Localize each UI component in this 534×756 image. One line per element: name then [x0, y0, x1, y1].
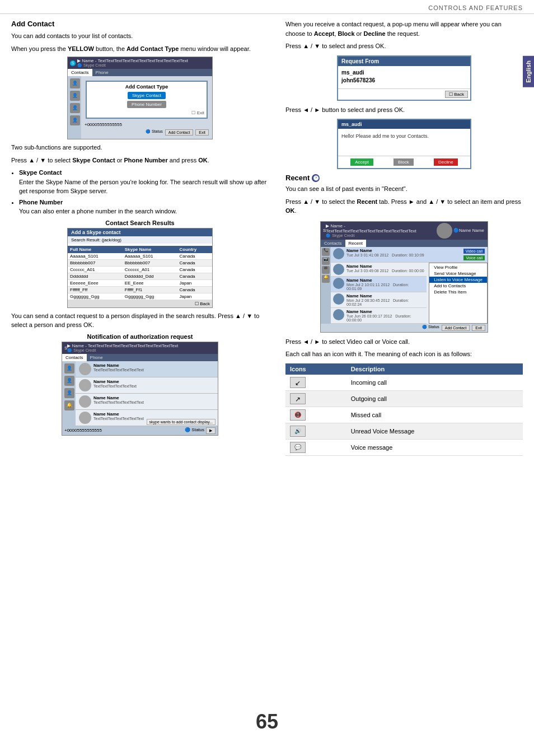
notif-name-2: Name Name — [93, 379, 137, 384]
context-add-contacts[interactable]: Add to Contacts — [429, 283, 487, 289]
search-results-title: Contact Search Results — [11, 220, 269, 226]
recent-tab-contacts[interactable]: Contacts — [321, 240, 345, 247]
incoming-call-desc: Incoming call — [346, 375, 523, 391]
notif-avatar-3 — [79, 395, 91, 408]
recent-entry-3: Name Name Mon Jul 2 10:01:11 2012 Durati… — [331, 277, 427, 292]
recent-user-avatar — [437, 223, 452, 239]
search-table-cell: Canada — [177, 286, 213, 293]
request-back-btn[interactable]: ☐ Back — [445, 91, 468, 98]
notif-side-2: 👤 — [64, 376, 74, 386]
outgoing-call-desc: Outgoing call — [346, 390, 523, 407]
skype-topbar: S ▶ Name - TextTextTextTextTextTextTextT… — [68, 57, 212, 69]
recent-intro: You can see a list of past events in "Re… — [285, 184, 523, 194]
phone-number-button[interactable]: Phone Number — [127, 101, 166, 108]
context-view-profile[interactable]: View Profile — [429, 264, 487, 270]
exit-footer-btn[interactable]: Exit — [195, 129, 209, 136]
yellow-keyword: YELLOW — [68, 45, 94, 52]
accept-keyword: Accept — [314, 30, 335, 37]
search-back: ☐ Back — [68, 300, 212, 307]
ok-keyword: OK — [198, 157, 208, 164]
side-icon-3: 👤 — [70, 103, 80, 113]
recent-bold: Recent — [357, 198, 378, 205]
accept-button[interactable]: Accept — [350, 158, 373, 166]
search-table: Full Name Skype Name Country Aaaaaa_S101… — [68, 246, 212, 300]
icon-row-outgoing: ↗ Outgoing call — [285, 390, 523, 407]
recent-footer: 🔵 Status Add Contact Exit — [321, 324, 488, 332]
notif-mockup: S ▶ Name - TextTextTextTextTextTextTextT… — [62, 342, 218, 436]
recent-side-icon-3: ✉ — [322, 266, 330, 274]
add-contact-footer-btn[interactable]: Add Contact — [165, 129, 194, 136]
search-table-cell: Canada — [177, 266, 213, 273]
recent-name-2: Name Name — [346, 264, 424, 269]
search-results-container: Add a Skype contact Search Result: (jack… — [11, 228, 269, 308]
video-call-btn-1[interactable]: Video call — [463, 249, 485, 254]
col-skypename: Skype Name — [123, 246, 177, 253]
recent-exit-btn[interactable]: Exit — [472, 325, 485, 331]
recent-tab-recent[interactable]: Recent — [345, 240, 366, 247]
bullet-phone-label: Phone Number — [19, 199, 63, 206]
context-delete-item[interactable]: Delete This Item — [429, 289, 487, 295]
search-table-cell: Ggggggg_Ggg — [123, 293, 177, 300]
bullet-skype: Skype Contact Enter the Skype Name of th… — [19, 168, 269, 196]
notif-side-3: 👤 — [64, 388, 74, 398]
decline-button[interactable]: Decline — [434, 158, 458, 166]
recent-entries-list: Name Name Tue Jul 3 03:49:08 2012 Durati… — [331, 263, 427, 324]
message-box-buttons: Accept Block Decline — [338, 156, 470, 168]
recent-skype-credit: 🔵 Skype Credit — [326, 234, 437, 238]
exit-button-label: ☐ Exit — [89, 110, 204, 115]
notif-avatar-2 — [79, 379, 91, 391]
search-table-row: Ggggggg_GggGgggggg_GggJapan — [68, 293, 212, 300]
block-button[interactable]: Block — [394, 158, 414, 166]
notif-footer-btns: 🔵 Status ▶ — [185, 427, 216, 434]
message-box: ms_audi Hello! Please add me to your Con… — [337, 119, 471, 169]
context-listen-voice[interactable]: Listen to Voice Message — [429, 277, 487, 283]
search-table-cell: Cccccc_A01 — [123, 266, 177, 273]
tab-phone[interactable]: Phone — [92, 69, 112, 76]
notif-add-btn[interactable]: ▶ — [206, 427, 216, 434]
search-table-cell: Canada — [177, 259, 213, 266]
notif-action: skype wants to add contact display... — [147, 419, 216, 425]
recent-side-icon-1: 📞 — [322, 248, 330, 256]
add-contact-section: Add Contact You can add contacts to your… — [11, 20, 269, 436]
notif-topbar: S ▶ Name - TextTextTextTextTextTextTextT… — [62, 342, 218, 354]
search-table-cell: Ddddddd — [68, 273, 123, 279]
missed-call-icon: 📵 — [290, 409, 306, 421]
add-contact-mockup: S ▶ Name - TextTextTextTextTextTextTextT… — [67, 57, 213, 139]
notif-tab-phone[interactable]: Phone — [87, 354, 106, 361]
recent-side-icons: 📞 📷 ✉ 🔔 — [321, 247, 331, 324]
dialog-title: Add Contact Type — [89, 84, 204, 90]
recent-body-area: 📞 📷 ✉ 🔔 Name Name Tue Jul 3 01:41:08 201… — [321, 247, 488, 324]
add-contact-dialog-area: Add Contact Type Skype Contact Phone Num… — [81, 76, 212, 139]
recent-add-contact-btn[interactable]: Add Contact — [442, 325, 470, 331]
skype-contact-button[interactable]: Skype Contact — [128, 92, 166, 99]
recent-status: 🔵 Status — [422, 325, 439, 331]
voice-call-btn-1[interactable]: Voice call — [463, 255, 485, 260]
missed-call-icon-cell: 📵 — [285, 407, 346, 423]
recent-avatar-2 — [333, 264, 344, 275]
voice-message-icon-cell: 💬 — [285, 439, 346, 455]
add-contact-heading: Add Contact — [11, 20, 269, 28]
page-header: CONTROLS AND FEATURES — [0, 0, 534, 14]
notif-text-2: TextTextTextTextTextText — [93, 384, 137, 388]
notif-info-4: Name Name TextTextTextTextTextTextText — [93, 412, 144, 421]
notif-avatar-4 — [79, 412, 91, 424]
search-table-cell: Fffffff_Fff — [68, 286, 123, 293]
notif-tab-contacts[interactable]: Contacts — [62, 354, 87, 361]
notif-container: S ▶ Name - TextTextTextTextTextTextTextT… — [11, 342, 269, 436]
recent-name-4: Name Name — [346, 293, 424, 298]
recent-tabs: Contacts Recent — [321, 240, 488, 247]
recent-entry-with-menu: Name Name Tue Jul 3 03:49:08 2012 Durati… — [331, 263, 488, 324]
block-keyword: Block — [338, 30, 355, 37]
phone-number-display: +00005555555555 — [64, 428, 102, 433]
recent-info-3: Name Name Mon Jul 2 10:01:11 2012 Durati… — [346, 278, 424, 291]
recent-avatar-1 — [333, 248, 344, 259]
recent-side-icon-4: 🔔 — [322, 275, 330, 283]
icon-row-unread-voice: 🔊 Unread Voice Message — [285, 423, 523, 439]
main-content: Add Contact You can add contacts to your… — [0, 20, 534, 456]
voice-message-icon: 💬 — [290, 442, 306, 453]
skype-tabs: Contacts Phone — [68, 69, 212, 76]
tab-contacts[interactable]: Contacts — [68, 69, 92, 76]
notif-name-4: Name Name — [93, 412, 144, 417]
context-send-voice[interactable]: Send Voice Message — [429, 270, 487, 277]
skype-desc-text: Enter the Skype Name of the person you'r… — [19, 179, 266, 195]
